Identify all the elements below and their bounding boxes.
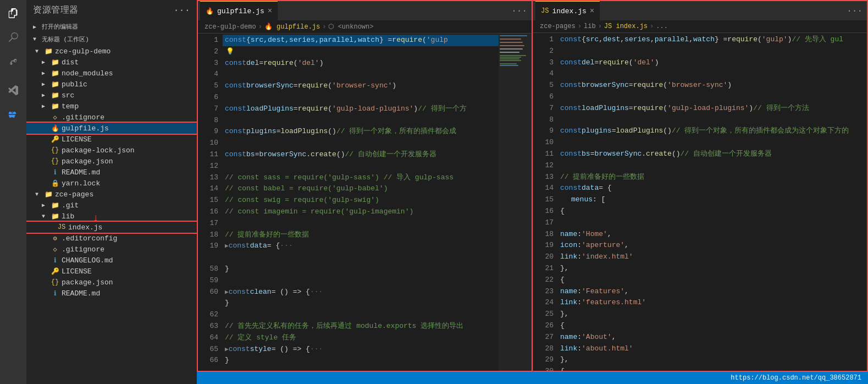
tree-package-json2[interactable]: ▶ {} package.json <box>26 277 197 288</box>
code-line <box>558 114 867 126</box>
tree-zce-gulp-demo[interactable]: ▼ 📁 zce-gulp-demo <box>26 46 197 57</box>
tree-yarn-lock[interactable]: ▶ 🔒 yarn.lock <box>26 178 197 189</box>
tree-package-json[interactable]: ▶ {} package.json <box>26 156 197 167</box>
main-content: 🔥 gulpfile.js × ··· zce-gulp-demo › 🔥 gu… <box>197 0 868 384</box>
activity-git[interactable] <box>4 53 22 70</box>
activity-debug[interactable] <box>4 106 22 123</box>
left-editor-pane: 🔥 gulpfile.js × ··· zce-gulp-demo › 🔥 gu… <box>197 0 533 372</box>
open-editors-section[interactable]: ▶ 打开的编辑器 <box>26 20 197 33</box>
activity-extensions[interactable] <box>4 81 22 99</box>
license-icon2: 🔑 <box>51 267 59 276</box>
code-line: menus: [ <box>558 194 867 206</box>
right-editor-more[interactable]: ··· <box>844 4 865 18</box>
code-line: } <box>223 355 499 366</box>
tree-gulpfile[interactable]: ▶ 🔥 gulpfile.js <box>26 123 197 134</box>
code-line <box>558 91 867 103</box>
right-tabs: JS index.js × <box>535 1 600 20</box>
code-line: link: 'features.html' <box>558 297 867 309</box>
code-line: const del = require('del') <box>558 57 867 69</box>
code-line: const { src, dest, series, parallel, wat… <box>223 35 499 46</box>
git-folder-icon: 📁 <box>51 201 59 210</box>
code-line: }, <box>558 263 867 275</box>
tree-zce-pages[interactable]: ▼ 📁 zce-pages <box>26 189 197 200</box>
code-line <box>223 309 499 321</box>
right-editor-body: 1 2 3 4 5 6 7 8 9 10 11 12 13 14 15 16 1 <box>533 33 867 371</box>
code-line <box>223 92 499 103</box>
code-line: ▶ const clean = () => {··· <box>223 287 499 298</box>
tree-readme2[interactable]: ▶ ℹ README.md <box>26 288 197 299</box>
right-tab-close[interactable]: × <box>590 7 594 15</box>
gitignore-icon2: ◇ <box>51 245 59 254</box>
tree-changelog[interactable]: ▶ ℹ CHANGELOG.md <box>26 255 197 266</box>
right-code-area: const { src, dest, series, parallel, wat… <box>558 33 867 371</box>
left-tabs: 🔥 gulpfile.js × <box>200 1 278 20</box>
tree-index-js[interactable]: ▶ JS index.js <box>26 222 197 233</box>
tree-dist[interactable]: ▶ 📁 dist <box>26 57 197 68</box>
sidebar-title: 资源管理器 <box>33 4 79 16</box>
code-line: // 提前准备好的一些数据 <box>558 172 867 183</box>
breadcrumb-project: zce-gulp-demo <box>204 23 256 31</box>
code-line: } <box>223 264 499 275</box>
code-line: const loadPlugins = require('gulp-load-p… <box>558 103 867 114</box>
right-breadcrumb: zce-pages › lib › JS index.js › ... <box>533 20 867 33</box>
right-tab-indexjs[interactable]: JS index.js × <box>535 1 600 20</box>
folder-icon2: 📁 <box>44 190 53 199</box>
code-line: // const imagemin = require('gulp-imagem… <box>223 206 499 218</box>
workspace-section[interactable]: ▼ 无标题 (工作区) <box>26 33 197 46</box>
code-line <box>558 68 867 80</box>
tree-license1[interactable]: ▶ 🔑 LICENSE <box>26 134 197 145</box>
left-breadcrumb: zce-gulp-demo › 🔥 gulpfile.js › ⬡ <unkno… <box>198 20 532 34</box>
tree-editorconfig[interactable]: ▶ ⚙ .editorconfig <box>26 233 197 244</box>
json-icon2: {} <box>51 157 59 166</box>
tree-node-modules[interactable]: ▶ 📁 node_modules <box>26 68 197 79</box>
code-line: const { src, dest, series, parallel, wat… <box>558 34 867 46</box>
json-icon: {} <box>51 146 59 155</box>
left-tab-gulpfile[interactable]: 🔥 gulpfile.js × <box>200 1 278 20</box>
code-line: { <box>558 275 867 286</box>
tree-readme1[interactable]: ▶ ℹ README.md <box>26 167 197 178</box>
json-icon3: {} <box>51 278 59 287</box>
code-line: { <box>558 206 867 217</box>
code-line: { <box>558 320 867 332</box>
code-line <box>223 161 499 172</box>
sidebar: 资源管理器 ··· ▶ 打开的编辑器 ▼ 无标题 (工作区) ▼ 📁 zce-g… <box>26 0 197 384</box>
code-line: } <box>223 298 499 309</box>
left-tab-close[interactable]: × <box>268 7 272 15</box>
folder-icon: 📁 <box>44 47 53 56</box>
code-line: }, <box>558 309 867 320</box>
activity-explorer[interactable] <box>4 4 22 22</box>
left-tab-bar: 🔥 gulpfile.js × ··· <box>198 1 532 20</box>
code-line <box>223 275 499 287</box>
tree-src[interactable]: ▶ 📁 src <box>26 90 197 101</box>
tree-gitignore1[interactable]: ▶ ◇ .gitignore <box>26 112 197 123</box>
sidebar-more[interactable]: ··· <box>174 6 190 15</box>
js-tab-icon: JS <box>541 7 549 15</box>
breadcrumb-file: 🔥 gulpfile.js <box>264 23 320 31</box>
readme-icon2: ℹ <box>51 289 59 298</box>
code-line <box>558 217 867 229</box>
code-line: name: 'Features', <box>558 286 867 298</box>
code-line <box>558 160 867 172</box>
code-line: }, <box>558 354 867 366</box>
code-line: const browserSync = require('browser-syn… <box>558 80 867 91</box>
tree-temp[interactable]: ▶ 📁 temp <box>26 101 197 112</box>
tree-gitignore2[interactable]: ▶ ◇ .gitignore <box>26 244 197 255</box>
tree-package-lock[interactable]: ▶ {} package-lock.json <box>26 145 197 156</box>
left-editor-body: 1 2 3 4 5 6 7 8 9 10 11 12 13 14 15 16 1 <box>198 34 532 371</box>
activity-search[interactable] <box>4 29 22 46</box>
tree-license2[interactable]: ▶ 🔑 LICENSE <box>26 266 197 277</box>
code-line: 💡 <box>223 46 499 58</box>
editorconfig-icon: ⚙ <box>51 234 59 243</box>
code-line: icon: 'aperture', <box>558 240 867 251</box>
code-line: const bs = browserSync.create() // 自动创建一… <box>558 149 867 160</box>
code-line: const plugins = loadPlugins() // 得到一个对象，… <box>558 125 867 137</box>
code-line <box>223 252 499 264</box>
tree-lib[interactable]: ▼ 📁 lib ↓ <box>26 211 197 222</box>
code-line: // const sass = require('gulp-sass') // … <box>223 172 499 184</box>
code-line: const data = { <box>558 183 867 194</box>
left-editor-more[interactable]: ··· <box>509 4 529 18</box>
gulp-icon: 🔥 <box>51 124 59 133</box>
tree-git[interactable]: ▶ 📁 .git <box>26 200 197 211</box>
code-line <box>223 218 499 229</box>
tree-public[interactable]: ▶ 📁 public <box>26 79 197 90</box>
